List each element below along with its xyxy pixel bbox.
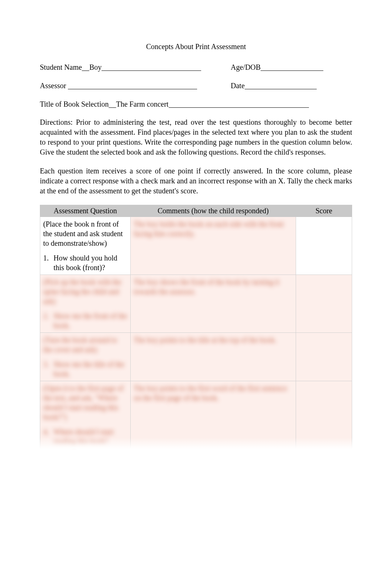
header-question: Assessment Question — [40, 205, 131, 217]
comment-cell: The boy holds the book on each side with… — [131, 217, 296, 275]
question-numbered: 3.Show me the title of the book. — [43, 359, 127, 379]
table-row: (Open it to the first page of the text, … — [40, 381, 352, 449]
question-text: How should you hold this book (front)? — [54, 253, 127, 272]
row-assessor-date: Assessor Date — [40, 80, 352, 90]
row-student-age: Student Name__Boy Age/DOB — [40, 62, 352, 72]
assessor-label: Assessor — [40, 82, 66, 90]
scoring-text: Each question item receives a score of o… — [40, 166, 352, 196]
header-score: Score — [296, 205, 352, 217]
question-cell: (Pick up the book with the spine facing … — [40, 275, 131, 333]
book-title-label: Title of Book Selection__ — [40, 100, 116, 108]
question-number: 4. — [43, 427, 54, 446]
assessment-table: Assessment Question Comments (how the ch… — [40, 205, 352, 449]
table-row: (Turn the book around to the cover and a… — [40, 333, 352, 381]
date-label: Date — [231, 82, 245, 90]
question-text: Show me the title of the book. — [54, 359, 127, 379]
row-book-title: Title of Book Selection__The Farm concer… — [40, 99, 352, 108]
assessment-table-wrap: Assessment Question Comments (how the ch… — [40, 205, 352, 449]
comment-cell: The boy points to the title at the top o… — [131, 333, 296, 381]
page-title: Concepts About Print Assessment — [40, 42, 352, 51]
comment-cell: The boy points to the first word of the … — [131, 381, 296, 449]
table-row: (Place the book n front of the student a… — [40, 217, 352, 275]
header-comments: Comments (how the child responded) — [131, 205, 296, 217]
score-cell — [296, 381, 352, 449]
question-intro: (Open it to the first page of the text, … — [43, 383, 127, 422]
table-row: (Pick up the book with the spine facing … — [40, 275, 352, 333]
score-cell — [296, 275, 352, 333]
field-age: Age/DOB — [231, 62, 352, 72]
student-name-value: Boy — [89, 63, 102, 71]
student-name-label: Student Name__ — [40, 63, 89, 71]
page: Concepts About Print Assessment Student … — [0, 0, 392, 576]
question-cell: (Open it to the first page of the text, … — [40, 381, 131, 449]
question-intro: (Turn the book around to the cover and a… — [43, 335, 127, 354]
age-line — [261, 63, 323, 71]
directions-text: Directions: Prior to administering the t… — [40, 117, 352, 157]
question-number: 2. — [43, 311, 54, 330]
question-number: 3. — [43, 359, 54, 379]
question-intro: (Pick up the book with the spine facing … — [43, 277, 127, 306]
comment-text: The boy shows the front of the book by t… — [134, 277, 293, 296]
comment-cell: The boy shows the front of the book by t… — [131, 275, 296, 333]
question-number: 1. — [43, 253, 54, 272]
table-header-row: Assessment Question Comments (how the ch… — [40, 205, 352, 217]
field-book-title: Title of Book Selection__The Farm concer… — [40, 99, 352, 108]
field-assessor: Assessor — [40, 80, 216, 90]
question-intro: (Place the book n front of the student a… — [43, 219, 127, 248]
comment-text: The boy points to the first word of the … — [134, 383, 293, 403]
question-text: Where should I start reading this book? — [54, 427, 127, 446]
comment-text: The boy holds the book on each side with… — [134, 219, 293, 238]
student-name-line — [102, 63, 201, 71]
question-cell: (Turn the book around to the cover and a… — [40, 333, 131, 381]
assessor-line — [68, 82, 197, 89]
score-cell — [296, 217, 352, 275]
age-label: Age/DOB — [231, 63, 261, 71]
question-numbered: 4.Where should I start reading this book… — [43, 427, 127, 446]
date-line — [245, 82, 317, 89]
book-title-line — [169, 100, 309, 108]
question-text: Show me the front of the book. — [54, 311, 127, 330]
question-cell: (Place the book n front of the student a… — [40, 217, 131, 275]
question-numbered: 2.Show me the front of the book. — [43, 311, 127, 330]
score-cell — [296, 333, 352, 381]
field-date: Date — [231, 80, 352, 90]
field-student-name: Student Name__Boy — [40, 62, 216, 72]
comment-text: The boy points to the title at the top o… — [134, 335, 293, 345]
book-title-value: The Farm concert — [116, 100, 168, 108]
question-numbered: 1.How should you hold this book (front)? — [43, 253, 127, 272]
